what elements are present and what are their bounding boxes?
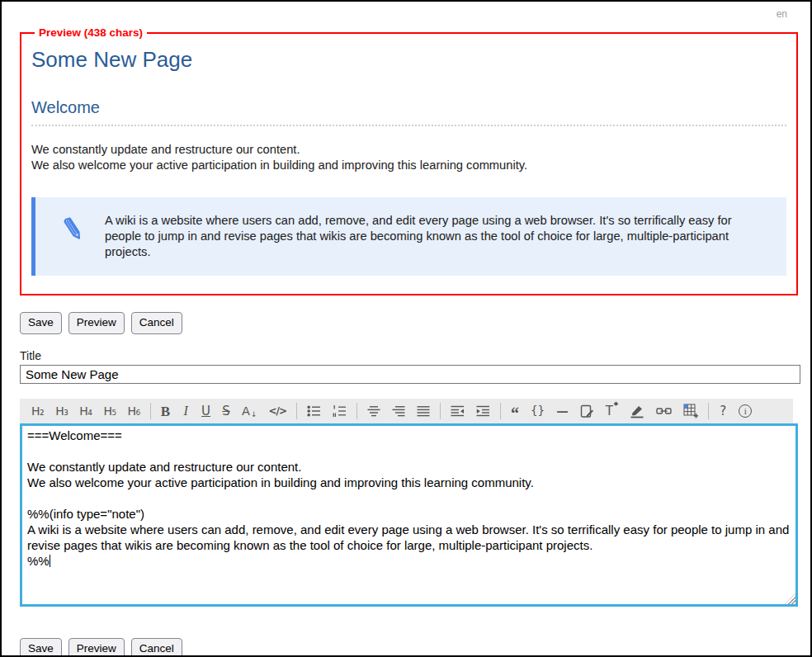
align-justify-icon — [417, 404, 430, 418]
page-edit-button[interactable] — [575, 400, 599, 422]
table-icon — [683, 404, 698, 418]
curly-braces-icon: {} — [531, 405, 545, 417]
align-right-button[interactable] — [387, 400, 410, 422]
link-icon — [656, 405, 672, 417]
toolbar-separator — [440, 403, 441, 419]
unordered-list-icon — [307, 404, 321, 418]
wiki-source-text: ===Welcome=== We constantly update and r… — [27, 428, 793, 568]
heading-4-button[interactable]: H₄ — [74, 400, 97, 422]
preview-page-title: Some New Page — [31, 47, 786, 73]
code-button[interactable]: </> — [264, 400, 292, 422]
outdent-button[interactable] — [446, 400, 470, 422]
pencil-icon — [35, 213, 105, 244]
preview-legend: Preview (438 chars) — [35, 26, 147, 39]
preview-panel: Preview (438 chars) Some New Page Welcom… — [20, 26, 798, 295]
note-callout: A wiki is a website where users can add,… — [31, 197, 786, 276]
info-button[interactable]: i — [734, 400, 757, 422]
underline-button[interactable]: U — [196, 400, 215, 422]
cancel-button[interactable]: Cancel — [131, 312, 182, 334]
help-icon: ? — [720, 405, 726, 418]
italic-icon: I — [183, 404, 187, 418]
heading-6-icon: H₆ — [128, 405, 140, 417]
title-input[interactable] — [20, 365, 800, 384]
bold-icon: B — [161, 404, 170, 418]
horizontal-rule-button[interactable]: — — [551, 400, 574, 422]
heading-5-button[interactable]: H₅ — [98, 400, 120, 422]
font-color-button[interactable]: A↓ — [237, 400, 262, 422]
text-format-icon: T — [606, 405, 613, 418]
heading-3-button[interactable]: H₃ — [50, 400, 73, 422]
text-cursor — [50, 555, 51, 567]
toolbar-separator — [500, 403, 501, 419]
table-button[interactable] — [678, 400, 703, 422]
quote-button[interactable]: “ — [506, 400, 524, 422]
editor-toolbar: H₂ H₃ H₄ H₅ H₆ B I U S A↓ </> — [20, 399, 793, 423]
unordered-list-button[interactable] — [302, 400, 326, 422]
strikethrough-button[interactable]: S — [217, 400, 235, 422]
page-edit-icon — [580, 404, 594, 418]
toolbar-separator — [296, 403, 297, 419]
bold-button[interactable]: B — [156, 400, 175, 422]
align-center-button[interactable] — [362, 400, 385, 422]
align-center-icon — [367, 404, 380, 418]
toolbar-separator — [708, 403, 709, 419]
link-button[interactable] — [651, 400, 677, 422]
heading-6-button[interactable]: H₆ — [123, 400, 145, 422]
highlight-icon — [630, 404, 644, 418]
language-indicator: en — [777, 8, 787, 20]
ordered-list-icon — [333, 404, 347, 418]
indent-button[interactable] — [471, 400, 495, 422]
italic-button[interactable]: I — [177, 400, 195, 422]
resize-handle[interactable] — [785, 593, 795, 604]
note-text: A wiki is a website where users can add,… — [105, 213, 770, 260]
down-arrow-icon: ↓ — [251, 407, 257, 422]
code-icon: </> — [269, 406, 287, 416]
highlight-button[interactable] — [625, 400, 649, 422]
wiki-editor-textarea[interactable]: ===Welcome=== We constantly update and r… — [20, 423, 798, 607]
preview-section-heading: Welcome — [31, 97, 786, 126]
heading-3-icon: H₃ — [55, 405, 68, 417]
droplet-icon: ◆ — [614, 400, 618, 409]
text-format-button[interactable]: T◆ — [601, 400, 624, 422]
underline-icon: U — [201, 405, 210, 418]
preview-paragraph-1: We constantly update and restructure our… — [31, 142, 786, 158]
wiki-edit-page: en Preview (438 chars) Some New Page Wel… — [0, 0, 812, 657]
ordered-list-button[interactable] — [328, 400, 352, 422]
top-action-buttons: Save Preview Cancel — [20, 312, 810, 334]
strikethrough-icon: S — [222, 405, 230, 418]
help-button[interactable]: ? — [714, 400, 732, 422]
quote-icon: “ — [511, 406, 519, 416]
toolbar-separator — [356, 403, 357, 419]
bottom-action-buttons: Save Preview Cancel — [20, 638, 810, 657]
outdent-icon — [451, 404, 465, 418]
plugin-button[interactable]: {} — [526, 400, 550, 422]
heading-2-button[interactable]: H₂ — [26, 400, 49, 422]
save-button[interactable]: Save — [20, 312, 62, 334]
title-label: Title — [20, 349, 810, 362]
toolbar-separator — [150, 403, 151, 419]
heading-5-icon: H₅ — [103, 405, 116, 417]
horizontal-rule-icon: — — [556, 405, 569, 418]
heading-4-icon: H₄ — [79, 405, 92, 417]
preview-button[interactable]: Preview — [68, 312, 125, 334]
preview-paragraph-2: We also welcome your active participatio… — [31, 158, 786, 173]
preview-button-bottom[interactable]: Preview — [68, 638, 125, 657]
align-right-icon — [392, 404, 405, 418]
save-button-bottom[interactable]: Save — [20, 638, 62, 657]
cancel-button-bottom[interactable]: Cancel — [131, 638, 182, 657]
info-icon: i — [739, 404, 752, 418]
font-color-icon: A — [242, 405, 250, 418]
heading-2-icon: H₂ — [31, 405, 44, 417]
indent-icon — [476, 404, 490, 418]
align-justify-button[interactable] — [412, 400, 435, 422]
